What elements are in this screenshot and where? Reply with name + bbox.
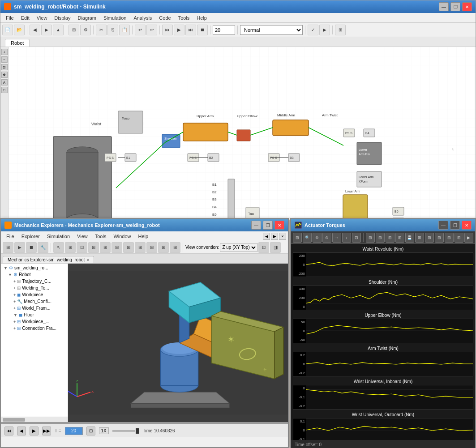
cut-btn[interactable]: ✂ xyxy=(96,25,107,35)
settings-btn[interactable]: ⚙ xyxy=(80,25,91,35)
menu-simulation[interactable]: Simulation xyxy=(100,14,130,21)
zoom-in-tool[interactable]: + xyxy=(1,49,8,55)
act-tb-2[interactable]: 🔍 xyxy=(303,233,312,243)
act-tb-4[interactable]: ↕ xyxy=(342,233,351,243)
sim-mode-select[interactable]: Normal Accelerator Rapid Accelerator xyxy=(240,25,303,35)
text-tool[interactable]: A xyxy=(1,79,8,85)
open-btn[interactable]: 📂 xyxy=(14,25,25,35)
mech-tb-10[interactable]: ⊞ xyxy=(135,242,146,253)
act-tb-9[interactable]: ⊞ xyxy=(395,233,404,243)
menu-edit[interactable]: Edit xyxy=(17,14,33,21)
menu-help[interactable]: Help xyxy=(193,14,210,21)
act-tb-6[interactable]: ⊞ xyxy=(366,233,375,243)
rewind-btn[interactable]: ⏮ xyxy=(162,25,173,35)
menu-analysis[interactable]: Analysis xyxy=(130,14,155,21)
view-convention-select[interactable]: Z up (XY Top) Y up xyxy=(220,243,257,252)
act-minimize-btn[interactable]: — xyxy=(438,221,448,230)
mech-restore-btn[interactable]: ❐ xyxy=(263,221,273,230)
menu-file[interactable]: File xyxy=(2,14,17,21)
mech-tb-cursor[interactable]: ↖ xyxy=(53,242,64,253)
menu-tools[interactable]: Tools xyxy=(175,14,193,21)
plot-waist-area[interactable]: 200 0 -200 xyxy=(293,252,473,277)
mech-play-btn[interactable]: ▶ xyxy=(30,427,39,435)
tree-item-6[interactable]: + ⊞ World_Fram... xyxy=(2,305,67,311)
mech-tb-4[interactable]: ⊞ xyxy=(65,242,76,253)
act-tb-more[interactable]: ▶ xyxy=(464,233,473,243)
menu-display[interactable]: Display xyxy=(51,14,74,21)
mech-minimize-btn[interactable]: — xyxy=(251,221,261,230)
time-input[interactable] xyxy=(65,427,83,435)
plot-arm-twist-area[interactable]: 0.2 0 -0.2 xyxy=(293,352,473,376)
redo-btn[interactable]: ↩ xyxy=(146,25,157,35)
speed-display[interactable]: 1X xyxy=(99,427,109,434)
mech-tb-grid-mode[interactable]: ⊡ xyxy=(258,242,269,253)
act-tb-10[interactable]: ⊞ xyxy=(415,233,424,243)
act-tb-13[interactable]: ⊞ xyxy=(445,233,454,243)
tree-item-1[interactable]: ▼ ⚙ Robot xyxy=(2,271,67,278)
menu-code[interactable]: Code xyxy=(155,14,174,21)
tree-hscroll-thumb[interactable] xyxy=(3,418,25,422)
mech-tb-stop[interactable]: ⏹ xyxy=(26,242,37,253)
mech-prev-btn[interactable]: ◀ xyxy=(17,427,26,435)
copy-btn[interactable]: ⎘ xyxy=(107,25,118,35)
act-tb-7[interactable]: ⊞ xyxy=(376,233,385,243)
mech-tb-7[interactable]: ⊞ xyxy=(100,242,111,253)
tree-hscrollbar[interactable] xyxy=(1,417,68,422)
restore-button[interactable]: ❐ xyxy=(450,2,460,11)
mech-tb-3[interactable]: 🔧 xyxy=(38,242,48,253)
paste-btn[interactable]: 📋 xyxy=(119,25,130,35)
plot-wrist-inboard-area[interactable]: 0 -0.1 -0.2 xyxy=(293,385,473,410)
play-btn[interactable]: ▶ xyxy=(174,25,184,35)
forward-btn[interactable]: ▶ xyxy=(41,25,52,35)
mech-ctrl-2[interactable]: ▶ xyxy=(271,233,278,240)
undo-btn[interactable]: ↩ xyxy=(135,25,146,35)
grid-btn[interactable]: ⊞ xyxy=(335,25,346,35)
mech-menu-explorer[interactable]: Explorer xyxy=(18,233,43,240)
fit-tool[interactable]: ⊡ xyxy=(1,64,8,70)
tree-item-5[interactable]: + 🔧 Mech_Confi... xyxy=(2,298,67,305)
back-btn[interactable]: ◀ xyxy=(30,25,40,35)
check-btn[interactable]: ✓ xyxy=(308,25,318,35)
menu-diagram[interactable]: Diagram xyxy=(74,14,100,21)
lib-btn[interactable]: ⊞ xyxy=(69,25,79,35)
act-tb-12[interactable]: ⊞ xyxy=(435,233,444,243)
act-tb-zoom-out[interactable]: ⊖ xyxy=(322,233,331,243)
mech-close-btn[interactable]: ✕ xyxy=(274,221,284,230)
mech-snapshot-btn[interactable]: ⊡ xyxy=(86,427,95,435)
tree-item-7[interactable]: ▼ ◼ Floor xyxy=(2,311,67,318)
slider-thumb[interactable] xyxy=(136,428,139,434)
tree-item-4[interactable]: + ◼ Workpiece xyxy=(2,291,67,298)
act-tb-save[interactable]: 💾 xyxy=(405,233,414,243)
mech-menu-file[interactable]: File xyxy=(3,233,18,240)
mech-tb-8[interactable]: ⊞ xyxy=(111,242,122,253)
new-btn[interactable]: 📄 xyxy=(2,25,13,35)
mech-active-tab[interactable]: Mechanics Explorer-sm_welding_robot × xyxy=(3,256,94,263)
mech-menu-view[interactable]: View xyxy=(73,233,91,240)
tree-item-8[interactable]: + ⊞ Workpiece_... xyxy=(2,318,67,325)
menu-view[interactable]: View xyxy=(33,14,51,21)
tree-item-0[interactable]: ▼ ⚙ sm_welding_ro... xyxy=(2,265,67,271)
act-tb-3[interactable]: ↔ xyxy=(332,233,341,243)
mech-tb-6[interactable]: ⊞ xyxy=(88,242,99,253)
tree-item-3[interactable]: + ⊞ Welding_To... xyxy=(2,285,67,291)
mech-next-btn[interactable]: ▶▶ xyxy=(42,427,51,435)
mech-menu-window[interactable]: Window xyxy=(110,233,134,240)
act-close-btn[interactable]: ✕ xyxy=(462,221,472,230)
zoom-out-tool[interactable]: − xyxy=(1,56,8,63)
act-tb-11[interactable]: ⊞ xyxy=(425,233,434,243)
mech-tb-14[interactable]: ◨ xyxy=(270,242,281,253)
robot-tab[interactable]: Robot xyxy=(5,39,30,47)
minimize-button[interactable]: — xyxy=(439,2,449,11)
tree-item-9[interactable]: + ⊞ Connection Fra... xyxy=(2,325,67,332)
run-arrow-btn[interactable]: ▶ xyxy=(319,25,330,35)
mech-menu-help[interactable]: Help xyxy=(135,233,152,240)
mech-rewind-btn[interactable]: ⏮ xyxy=(4,427,13,435)
mech-tb-12[interactable]: ⊞ xyxy=(158,242,169,253)
act-tb-1[interactable]: ⊞ xyxy=(293,233,302,243)
speed-slider[interactable] xyxy=(112,428,139,434)
plot-shoulder-area[interactable]: 400 200 0 xyxy=(293,286,473,310)
mech-tb-11[interactable]: ⊞ xyxy=(146,242,157,253)
stop-btn[interactable]: ⏹ xyxy=(197,25,208,35)
plot-upper-elbow-area[interactable]: 50 0 -50 xyxy=(293,319,473,343)
mech-tb-5[interactable]: ⊡ xyxy=(77,242,87,253)
